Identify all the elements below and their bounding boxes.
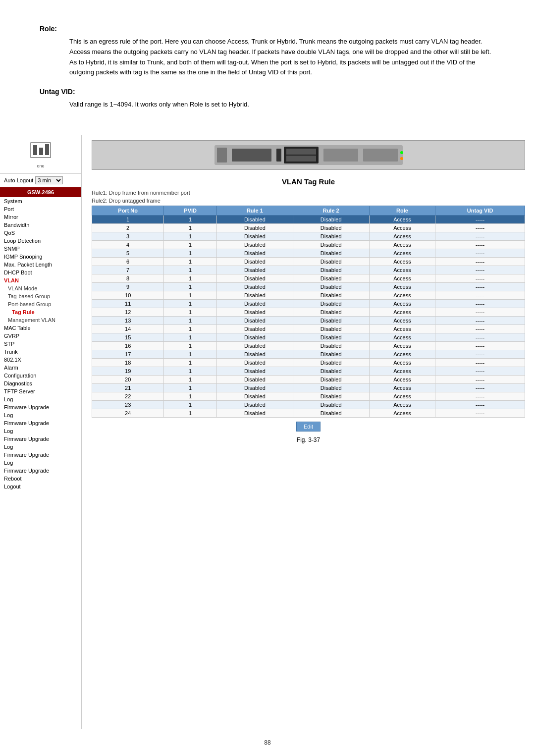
sidebar-item-15[interactable]: Management VLAN bbox=[0, 316, 81, 324]
sidebar-item-25[interactable]: Log bbox=[0, 395, 81, 403]
table-cell-4-1: 1 bbox=[164, 249, 217, 257]
sidebar-item-34[interactable]: Firmware Upgrade bbox=[0, 467, 81, 475]
table-row[interactable]: 51DisabledDisabledAccess----- bbox=[92, 249, 525, 257]
sidebar-item-30[interactable]: Firmware Upgrade bbox=[0, 435, 81, 443]
table-cell-17-4: Access bbox=[369, 358, 435, 367]
sidebar-item-8[interactable]: Max. Packet Length bbox=[0, 261, 81, 269]
table-cell-3-2: Disabled bbox=[216, 240, 293, 249]
table-cell-3-1: 1 bbox=[164, 240, 217, 249]
table-row[interactable]: 221DisabledDisabledAccess----- bbox=[92, 392, 525, 400]
sidebar-item-22[interactable]: Configuration bbox=[0, 372, 81, 379]
table-row[interactable]: 81DisabledDisabledAccess----- bbox=[92, 274, 525, 282]
sidebar-item-26[interactable]: Firmware Upgrade bbox=[0, 403, 81, 411]
table-cell-13-4: Access bbox=[369, 324, 435, 333]
table-row[interactable]: 231DisabledDisabledAccess----- bbox=[92, 400, 525, 409]
svg-rect-10 bbox=[286, 156, 316, 162]
table-cell-22-4: Access bbox=[369, 400, 435, 409]
edit-button[interactable]: Edit bbox=[296, 422, 321, 432]
table-cell-0-5: ----- bbox=[435, 215, 525, 223]
table-cell-18-1: 1 bbox=[164, 367, 217, 375]
table-cell-14-0: 15 bbox=[92, 333, 164, 341]
table-cell-14-5: ----- bbox=[435, 333, 525, 341]
table-cell-12-5: ----- bbox=[435, 316, 525, 324]
table-cell-18-2: Disabled bbox=[216, 367, 293, 375]
table-cell-22-5: ----- bbox=[435, 400, 525, 409]
table-cell-18-4: Access bbox=[369, 367, 435, 375]
table-cell-9-1: 1 bbox=[164, 291, 217, 299]
vlan-tag-table: Port No PVID Rule 1 Rule 2 Role Untag VI… bbox=[92, 206, 525, 418]
table-row[interactable]: 151DisabledDisabledAccess----- bbox=[92, 333, 525, 341]
sidebar-item-32[interactable]: Firmware Upgrade bbox=[0, 451, 81, 459]
sidebar-item-21[interactable]: Alarm bbox=[0, 364, 81, 372]
sidebar-item-3[interactable]: Bandwidth bbox=[0, 221, 81, 229]
sidebar-item-1[interactable]: Port bbox=[0, 205, 81, 213]
table-row[interactable]: 41DisabledDisabledAccess----- bbox=[92, 240, 525, 249]
auto-logout-area[interactable]: Auto Logout 3 min 5 min 10 min bbox=[0, 174, 81, 187]
table-cell-11-1: 1 bbox=[164, 308, 217, 316]
sidebar-item-24[interactable]: TFTP Server bbox=[0, 387, 81, 395]
table-row[interactable]: 61DisabledDisabledAccess----- bbox=[92, 257, 525, 266]
sidebar-item-33[interactable]: Log bbox=[0, 459, 81, 467]
table-row[interactable]: 71DisabledDisabledAccess----- bbox=[92, 266, 525, 274]
table-cell-7-2: Disabled bbox=[216, 274, 293, 282]
table-cell-8-4: Access bbox=[369, 282, 435, 291]
table-row[interactable]: 31DisabledDisabledAccess----- bbox=[92, 232, 525, 240]
sidebar-item-36[interactable]: Logout bbox=[0, 483, 81, 490]
sidebar-item-0[interactable]: System bbox=[0, 197, 81, 205]
sidebar-item-17[interactable]: GVRP bbox=[0, 332, 81, 340]
table-row[interactable]: 131DisabledDisabledAccess----- bbox=[92, 316, 525, 324]
table-row[interactable]: 111DisabledDisabledAccess----- bbox=[92, 299, 525, 308]
table-row[interactable]: 201DisabledDisabledAccess----- bbox=[92, 375, 525, 383]
svg-rect-6 bbox=[232, 149, 271, 162]
sidebar-item-12[interactable]: Tag-based Group bbox=[0, 292, 81, 300]
table-row[interactable]: 181DisabledDisabledAccess----- bbox=[92, 358, 525, 367]
table-header-row: Port No PVID Rule 1 Rule 2 Role Untag VI… bbox=[92, 206, 525, 215]
sidebar-item-2[interactable]: Mirror bbox=[0, 213, 81, 221]
table-cell-5-3: Disabled bbox=[293, 257, 369, 266]
sidebar-item-5[interactable]: Loop Detection bbox=[0, 237, 81, 245]
table-cell-16-5: ----- bbox=[435, 350, 525, 358]
sidebar-item-28[interactable]: Firmware Upgrade bbox=[0, 419, 81, 427]
vlan-table-title: VLAN Tag Rule bbox=[92, 177, 525, 186]
sidebar-item-10[interactable]: VLAN bbox=[0, 276, 81, 284]
table-row[interactable]: 211DisabledDisabledAccess----- bbox=[92, 383, 525, 392]
sidebar-item-4[interactable]: QoS bbox=[0, 229, 81, 237]
sidebar-item-6[interactable]: SNMP bbox=[0, 245, 81, 253]
sidebar-item-20[interactable]: 802.1X bbox=[0, 356, 81, 364]
table-cell-15-1: 1 bbox=[164, 341, 217, 350]
table-row[interactable]: 91DisabledDisabledAccess----- bbox=[92, 282, 525, 291]
table-row[interactable]: 141DisabledDisabledAccess----- bbox=[92, 324, 525, 333]
table-cell-16-2: Disabled bbox=[216, 350, 293, 358]
sidebar-item-14[interactable]: Tag Rule bbox=[0, 308, 81, 316]
table-cell-0-3: Disabled bbox=[293, 215, 369, 223]
table-row[interactable]: 11DisabledDisabledAccess----- bbox=[92, 215, 525, 223]
sidebar-item-29[interactable]: Log bbox=[0, 427, 81, 435]
table-cell-21-5: ----- bbox=[435, 392, 525, 400]
table-row[interactable]: 101DisabledDisabledAccess----- bbox=[92, 291, 525, 299]
sidebar-item-7[interactable]: IGMP Snooping bbox=[0, 253, 81, 261]
auto-logout-select[interactable]: 3 min 5 min 10 min bbox=[35, 176, 63, 184]
sidebar-item-23[interactable]: Diagnostics bbox=[0, 379, 81, 387]
sidebar-item-9[interactable]: DHCP Boot bbox=[0, 269, 81, 276]
table-row[interactable]: 241DisabledDisabledAccess----- bbox=[92, 409, 525, 417]
table-cell-7-1: 1 bbox=[164, 274, 217, 282]
sidebar-item-31[interactable]: Log bbox=[0, 443, 81, 451]
table-row[interactable]: 171DisabledDisabledAccess----- bbox=[92, 350, 525, 358]
table-cell-9-0: 10 bbox=[92, 291, 164, 299]
table-row[interactable]: 161DisabledDisabledAccess----- bbox=[92, 341, 525, 350]
table-cell-7-3: Disabled bbox=[293, 274, 369, 282]
untag-title: Untag VID: bbox=[40, 88, 495, 96]
table-cell-5-0: 6 bbox=[92, 257, 164, 266]
sidebar-item-16[interactable]: MAC Table bbox=[0, 324, 81, 332]
sidebar-item-11[interactable]: VLAN Mode bbox=[0, 284, 81, 292]
sidebar-item-18[interactable]: STP bbox=[0, 340, 81, 348]
table-row[interactable]: 121DisabledDisabledAccess----- bbox=[92, 308, 525, 316]
sidebar-item-27[interactable]: Log bbox=[0, 411, 81, 419]
sidebar-item-19[interactable]: Trunk bbox=[0, 348, 81, 356]
sidebar-item-13[interactable]: Port-based Group bbox=[0, 300, 81, 308]
table-row[interactable]: 21DisabledDisabledAccess----- bbox=[92, 223, 525, 232]
page-number: 88 bbox=[0, 729, 535, 756]
sidebar-item-35[interactable]: Reboot bbox=[0, 475, 81, 483]
table-cell-18-5: ----- bbox=[435, 367, 525, 375]
table-row[interactable]: 191DisabledDisabledAccess----- bbox=[92, 367, 525, 375]
